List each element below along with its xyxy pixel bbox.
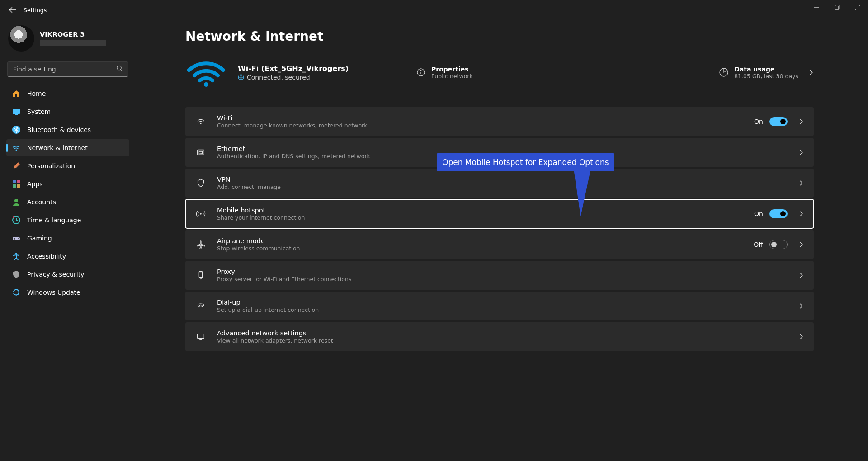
svg-rect-2 (835, 6, 838, 9)
chevron-right-icon (798, 210, 804, 218)
sidebar-item-apps[interactable]: Apps (6, 175, 129, 193)
home-icon (12, 89, 21, 98)
user-name: VIKROGER 3 (40, 31, 106, 38)
search-input[interactable] (7, 61, 128, 77)
data-usage-sub: 81.05 GB, last 30 days (734, 73, 798, 80)
card-title: Dial-up (217, 299, 794, 306)
sidebar-item-label: Time & language (27, 216, 81, 224)
properties-label: Properties (431, 66, 473, 73)
air-toggle[interactable] (769, 240, 788, 249)
wifi-large-icon (185, 56, 227, 88)
shield-icon (12, 270, 21, 279)
chevron-right-icon (798, 148, 804, 157)
chevron-right-icon (798, 271, 804, 280)
svg-point-21 (204, 82, 208, 87)
main-content: Network & internet Wi-Fi (Ext_5GHz_Vikro… (136, 20, 868, 461)
sidebar-item-label: Network & internet (27, 144, 88, 151)
ethernet-icon (194, 147, 207, 157)
card-vpn[interactable]: VPNAdd, connect, manage (185, 169, 814, 198)
sidebar-item-gamepad[interactable]: Gaming (6, 230, 129, 247)
card-dial[interactable]: Dial-upSet up a dial-up internet connect… (185, 292, 814, 320)
sidebar-item-system[interactable]: System (6, 103, 129, 120)
card-subtitle: Set up a dial-up internet connection (217, 306, 794, 313)
sidebar-item-person[interactable]: Accounts (6, 193, 129, 211)
bluetooth-icon (12, 125, 21, 134)
user-email-redacted (40, 40, 106, 46)
sidebar-item-accessibility[interactable]: Accessibility (6, 248, 129, 265)
avatar (8, 25, 34, 52)
wifi-icon (12, 143, 21, 152)
hotspot-toggle[interactable] (769, 209, 788, 218)
chevron-right-icon (798, 118, 804, 126)
card-title: Proxy (217, 268, 794, 275)
wifi-toggle[interactable] (769, 117, 788, 126)
chevron-right-icon (798, 333, 804, 341)
svg-rect-36 (199, 272, 202, 278)
svg-point-19 (18, 238, 19, 239)
svg-rect-14 (17, 184, 20, 188)
system-icon (12, 107, 21, 116)
annotation-text: Open Mobile Hotspot for Expanded Options (442, 158, 609, 167)
sidebar-item-wifi[interactable]: Network & internet (6, 139, 129, 156)
card-subtitle: Share your internet connection (217, 214, 754, 221)
close-icon (855, 5, 860, 10)
app-title: Settings (24, 7, 47, 14)
svg-point-5 (117, 66, 121, 70)
card-air[interactable]: Airplane modeStop wireless communication… (185, 230, 814, 259)
monitor-icon (194, 332, 207, 342)
window-minimize-button[interactable] (806, 0, 826, 14)
chevron-right-icon (798, 240, 804, 249)
data-usage-link[interactable]: Data usage 81.05 GB, last 30 days (719, 66, 814, 80)
search-icon (116, 65, 123, 74)
connection-state: Connected, secured (247, 74, 310, 81)
back-button[interactable] (8, 5, 17, 14)
properties-link[interactable]: Properties Public network (416, 66, 473, 80)
sidebar-item-label: Bluetooth & devices (27, 126, 91, 133)
sidebar-item-brush[interactable]: Personalization (6, 157, 129, 174)
svg-point-35 (200, 213, 202, 215)
sidebar-item-label: Accounts (27, 198, 56, 206)
card-subtitle: Stop wireless communication (217, 245, 754, 252)
card-proxy[interactable]: ProxyProxy server for Wi-Fi and Ethernet… (185, 261, 814, 290)
svg-rect-12 (17, 180, 20, 183)
hotspot-icon (194, 209, 207, 219)
properties-sub: Public network (431, 73, 473, 80)
svg-point-15 (14, 199, 18, 202)
window-close-button[interactable] (847, 0, 868, 14)
card-subtitle: View all network adapters, network reset (217, 337, 794, 344)
clock-icon (12, 216, 21, 225)
card-wifi[interactable]: Wi-FiConnect, manage known networks, met… (185, 107, 814, 136)
card-adv[interactable]: Advanced network settingsView all networ… (185, 322, 814, 351)
sidebar-item-update[interactable]: Windows Update (6, 284, 129, 301)
window-maximize-button[interactable] (826, 0, 847, 14)
svg-point-38 (200, 278, 201, 279)
card-title: Airplane mode (217, 237, 754, 245)
toggle-state-label: On (754, 210, 763, 217)
gamepad-icon (12, 234, 21, 243)
person-icon (12, 198, 21, 207)
svg-rect-11 (13, 180, 16, 183)
chevron-right-icon (808, 68, 814, 77)
sidebar-item-home[interactable]: Home (6, 85, 129, 102)
card-title: Advanced network settings (217, 329, 794, 337)
card-subtitle: Connect, manage known networks, metered … (217, 122, 754, 129)
sidebar-item-bluetooth[interactable]: Bluetooth & devices (6, 121, 129, 138)
svg-point-10 (16, 150, 17, 151)
user-profile[interactable]: VIKROGER 3 (6, 24, 129, 59)
svg-rect-7 (13, 109, 20, 114)
sidebar-item-label: Personalization (27, 162, 75, 169)
svg-point-27 (420, 70, 421, 71)
sidebar-item-shield[interactable]: Privacy & security (6, 266, 129, 283)
sidebar-item-label: Gaming (27, 235, 52, 242)
wifi-icon (194, 117, 207, 127)
annotation-callout: Open Mobile Hotspot for Expanded Options (437, 153, 614, 171)
sidebar-item-label: Accessibility (27, 253, 66, 260)
titlebar: Settings (0, 0, 868, 20)
connection-name: Wi-Fi (Ext_5GHz_Vikrogers) (238, 64, 405, 73)
minimize-icon (814, 5, 819, 10)
sidebar-item-clock[interactable]: Time & language (6, 212, 129, 229)
data-usage-icon (719, 67, 729, 77)
globe-icon (238, 74, 244, 80)
brush-icon (12, 161, 21, 170)
card-hotspot[interactable]: Mobile hotspotShare your internet connec… (185, 199, 814, 228)
